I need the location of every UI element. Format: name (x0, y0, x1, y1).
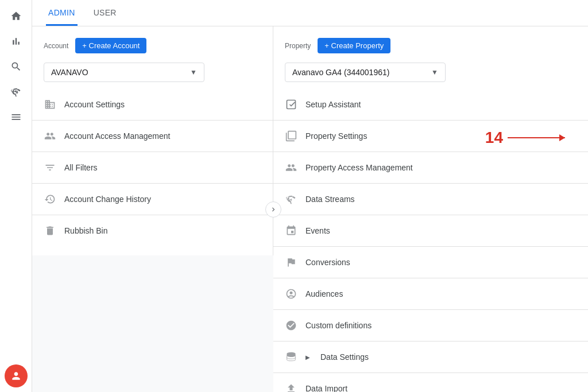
property-panel: Property + Create Property Avanavo GA4 (… (273, 26, 588, 392)
tab-admin[interactable]: ADMIN (46, 0, 78, 26)
property-dropdown[interactable]: Avanavo GA4 (344001961) ▼ (285, 63, 446, 82)
property-panel-header: Property + Create Property (273, 38, 588, 63)
menu-item-account-settings[interactable]: Account Settings (32, 91, 273, 118)
data-import-label: Data Import (305, 384, 347, 392)
content-area: Account + Create Account AVANAVO ▼ Accou… (32, 26, 588, 392)
people-icon (44, 130, 56, 142)
antenna-icon[interactable] (5, 80, 28, 103)
data-streams-icon (285, 193, 297, 205)
tab-user[interactable]: USER (91, 0, 119, 26)
custom-definitions-label: Custom definitions (305, 321, 372, 330)
history-icon (44, 193, 56, 205)
account-dropdown-value: AVANAVO (51, 68, 88, 77)
property-settings-label: Property Settings (305, 131, 367, 141)
search-icon[interactable] (5, 55, 28, 78)
panel-expand-button[interactable] (265, 201, 281, 218)
menu-item-property-access-management[interactable]: Property Access Management (273, 154, 588, 181)
tab-bar: ADMIN USER (32, 0, 588, 26)
data-streams-label: Data Streams (305, 195, 355, 204)
bar-chart-icon[interactable] (5, 30, 28, 53)
account-dropdown-caret-icon: ▼ (190, 68, 197, 76)
property-label: Property (285, 42, 311, 50)
menu-item-conversions[interactable]: Conversions (273, 249, 588, 275)
account-dropdown[interactable]: AVANAVO ▼ (44, 63, 204, 82)
property-dropdown-caret-icon: ▼ (431, 68, 438, 76)
audiences-label: Audiences (305, 289, 343, 298)
create-account-button[interactable]: + Create Account (75, 38, 146, 53)
property-access-management-label: Property Access Management (305, 163, 413, 172)
account-settings-label: Account Settings (64, 100, 125, 109)
property-dropdown-value: Avanavo GA4 (344001961) (292, 68, 389, 77)
svg-rect-0 (287, 100, 296, 109)
list-icon[interactable] (5, 106, 28, 129)
checkbox-icon (285, 98, 297, 111)
conversions-icon (285, 256, 297, 269)
conversions-label: Conversions (305, 258, 350, 267)
data-settings-expand-icon: ▶ (305, 354, 310, 360)
user-avatar-icon[interactable] (5, 364, 28, 387)
account-dropdown-row: AVANAVO ▼ (32, 63, 273, 91)
main-content: ADMIN USER Account + Create Account AVAN… (32, 0, 588, 392)
account-access-management-label: Account Access Management (64, 131, 170, 141)
account-change-history-label: Account Change History (64, 195, 151, 204)
menu-item-setup-assistant[interactable]: Setup Assistant (273, 91, 588, 118)
menu-item-data-streams[interactable]: Data Streams (273, 186, 588, 212)
setup-assistant-label: Setup Assistant (305, 100, 361, 109)
building-icon (44, 98, 56, 111)
account-label: Account (44, 42, 68, 50)
data-import-icon (285, 382, 297, 392)
data-settings-label: Data Settings (320, 352, 369, 362)
audiences-icon (285, 288, 297, 300)
account-panel: Account + Create Account AVANAVO ▼ Accou… (32, 26, 273, 255)
account-panel-header: Account + Create Account (32, 38, 273, 63)
menu-item-account-access-management[interactable]: Account Access Management (32, 123, 273, 149)
menu-item-events[interactable]: Events (273, 218, 588, 244)
left-sidebar (0, 0, 32, 392)
menu-item-property-settings[interactable]: Property Settings (273, 123, 588, 149)
property-panel-relative: 14 Property + Create Property Avanavo GA… (273, 26, 588, 392)
menu-item-custom-definitions[interactable]: Custom definitions (273, 312, 588, 339)
create-property-button[interactable]: + Create Property (318, 38, 390, 53)
menu-item-data-import[interactable]: Data Import (273, 375, 588, 392)
all-filters-label: All Filters (64, 163, 98, 172)
property-access-icon (285, 161, 297, 174)
property-settings-icon (285, 130, 297, 142)
custom-defs-icon (285, 319, 297, 332)
property-dropdown-row: Avanavo GA4 (344001961) ▼ (273, 63, 588, 91)
events-label: Events (305, 226, 330, 235)
trash-icon (44, 224, 56, 237)
events-icon (285, 224, 297, 237)
menu-item-rubbish-bin[interactable]: Rubbish Bin (32, 218, 273, 244)
menu-item-audiences[interactable]: Audiences (273, 281, 588, 307)
filter-icon (44, 161, 56, 174)
account-panel-wrapper: Account + Create Account AVANAVO ▼ Accou… (32, 26, 273, 392)
menu-item-all-filters[interactable]: All Filters (32, 154, 273, 181)
home-icon[interactable] (5, 5, 28, 28)
menu-item-account-change-history[interactable]: Account Change History (32, 186, 273, 212)
svg-point-1 (290, 292, 293, 294)
rubbish-bin-label: Rubbish Bin (64, 226, 108, 235)
data-settings-icon (285, 351, 297, 363)
menu-item-data-settings[interactable]: ▶ Data Settings (273, 344, 588, 370)
